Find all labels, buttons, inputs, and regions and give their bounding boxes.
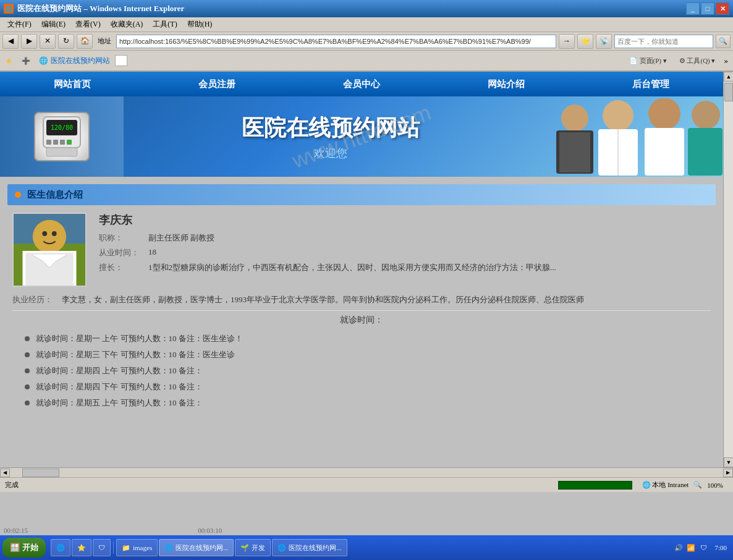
right-scrollbar[interactable]: ▲ ▼ (723, 72, 733, 467)
add-favorites-button[interactable]: ➕ (18, 56, 34, 66)
svg-point-16 (692, 101, 720, 129)
tray-icon2: 📶 (686, 543, 696, 553)
schedule-text-4: 就诊时间：星期五 上午 可预约人数：10 备注： (36, 397, 203, 409)
system-tray: 🔊 📶 🛡 7:00 (674, 543, 731, 553)
favorites-star-icon: ★ (5, 56, 13, 66)
title-value: 副主任医师 副教授 (148, 232, 711, 244)
taskbar-item-dev[interactable]: 🌱 开发 (235, 539, 271, 556)
window-title: 医院在线预约网站 – Windows Internet Explorer (17, 3, 184, 14)
svg-point-23 (42, 231, 47, 236)
favorites-star[interactable]: ⭐ (577, 34, 593, 49)
detail-title-row: 职称： 副主任医师 副教授 (99, 232, 711, 244)
menu-file[interactable]: 文件(F) (2, 18, 36, 31)
schedule-item-0: 就诊时间：星期一 上午 可预约人数：10 备注：医生坐诊！ (25, 333, 698, 344)
years-label: 从业时间： (99, 247, 148, 258)
tab-label[interactable]: 🌐 医院在线预约网站 (39, 56, 110, 66)
nav-register[interactable]: 会员注册 (145, 74, 289, 95)
banner-doctors (538, 96, 723, 177)
history-label: 执业经历： (12, 294, 62, 305)
svg-point-24 (52, 231, 57, 236)
taskbar-hospital1-label: 医院在线预约网... (176, 543, 228, 553)
taskbar-hospital2-label: 医院在线预约网... (289, 543, 341, 553)
years-value: 18 (148, 247, 711, 258)
svg-rect-7 (46, 148, 77, 156)
menu-help[interactable]: 帮助(H) (182, 18, 218, 31)
banner: 120/80 医院在线预约网站 欢迎您 (0, 96, 723, 177)
scroll-up-button[interactable]: ▲ (724, 72, 733, 82)
schedule-item-2: 就诊时间：星期四 上午 可预约人数：10 备注： (25, 365, 698, 376)
section-title: 医生信息介绍 (27, 189, 83, 201)
start-button[interactable]: 🪟 开始 (2, 538, 46, 558)
taskbar-item-quicklaunch3[interactable]: 🛡 (93, 539, 111, 556)
taskbar-item-hospital1[interactable]: 🌐 医院在线预约网... (159, 539, 234, 556)
title-bar: 🌐 医院在线预约网站 – Windows Internet Explorer _… (0, 0, 733, 17)
bullet-2 (25, 368, 30, 373)
svg-rect-3 (46, 140, 51, 145)
scroll-thumb[interactable] (724, 83, 733, 101)
menu-tools[interactable]: 工具(T) (148, 18, 182, 31)
bullet-3 (25, 384, 30, 389)
status-bar: 完成 🌐 本地 Intranet 🔍 100% (0, 477, 733, 492)
bullet-0 (25, 336, 30, 341)
address-input[interactable] (116, 35, 556, 48)
doctor-photo-image (14, 213, 85, 287)
scroll-right-button[interactable]: ▶ (723, 469, 733, 477)
forward-button[interactable]: ▶ (21, 34, 37, 49)
h-scroll-thumb[interactable] (22, 469, 59, 477)
go-button[interactable]: → (559, 34, 575, 49)
back-button[interactable]: ◀ (2, 34, 19, 49)
title-label: 职称： (99, 232, 148, 244)
taskbar-item-quicklaunch2[interactable]: ⭐ (72, 539, 91, 556)
search-input[interactable] (614, 35, 713, 48)
doctor-photo (12, 213, 87, 287)
minimize-button[interactable]: _ (686, 2, 700, 15)
doctor-details: 李庆东 职称： 副主任医师 副教授 从业时间： 18 擅长： 1型和2型糖尿病的… (99, 213, 711, 287)
taskbar-item-quicklaunch1[interactable]: 🌐 (51, 539, 70, 556)
page-button[interactable]: 📄 页面(P) ▾ (625, 55, 671, 67)
status-zoom-icon: 🔍 (693, 481, 702, 489)
clock-time: 7:00 (714, 544, 727, 551)
stop-button[interactable]: ✕ (40, 34, 56, 49)
svg-point-8 (561, 104, 588, 132)
refresh-button[interactable]: ↻ (58, 34, 74, 49)
taskbar-item-hospital2[interactable]: 🌐 医院在线预约网... (272, 539, 347, 556)
consult-time-title: 就诊时间： (12, 310, 711, 329)
nav-member[interactable]: 会员中心 (289, 74, 434, 95)
bullet-4 (25, 401, 30, 405)
tab-text: 医院在线预约网站 (51, 56, 110, 66)
svg-point-11 (603, 100, 633, 131)
main-content[interactable]: 网站首页 会员注册 会员中心 网站介绍 后台管理 120/80 (0, 72, 723, 467)
tools-button[interactable]: ⚙ 工具(Q) ▾ (676, 55, 719, 67)
home-button[interactable]: 🏠 (77, 34, 93, 49)
menu-view[interactable]: 查看(V) (70, 18, 106, 31)
nav-about[interactable]: 网站介绍 (434, 74, 578, 95)
schedule-list: 就诊时间：星期一 上午 可预约人数：10 备注：医生坐诊！就诊时间：星期三 下午… (12, 329, 711, 417)
folder-icon: 📁 (122, 544, 130, 552)
address-label: 地址 (98, 36, 111, 46)
dev-icon: 🌱 (240, 544, 249, 552)
address-bar: ◀ ▶ ✕ ↻ 🏠 地址 → ⭐ 📡 🔍 (0, 32, 733, 51)
specialty-value: 1型和2型糖尿病的诊断治疗，中西医有机配合，主张因人、因时、因地采用方便实用而又… (148, 262, 711, 273)
bottom-scrollbar[interactable]: ◀ ▶ (0, 467, 733, 477)
detail-specialty-row: 擅长： 1型和2型糖尿病的诊断治疗，中西医有机配合，主张因人、因时、因地采用方便… (99, 262, 711, 273)
rss-button[interactable]: 📡 (596, 34, 612, 49)
scroll-left-button[interactable]: ◀ (0, 469, 10, 477)
schedule-text-3: 就诊时间：星期四 下午 可预约人数：10 备注： (36, 381, 203, 392)
maximize-button[interactable]: □ (701, 2, 714, 15)
svg-rect-5 (60, 140, 65, 145)
nav-admin[interactable]: 后台管理 (578, 74, 723, 95)
schedule-text-1: 就诊时间：星期三 下午 可预约人数：10 备注：医生坐诊 (36, 349, 235, 360)
browser-window: 🌐 医院在线预约网站 – Windows Internet Explorer _… (0, 0, 733, 560)
search-button[interactable]: 🔍 (716, 35, 731, 48)
toolbar-overflow[interactable]: » (724, 56, 729, 66)
taskbar-item-images[interactable]: 📁 images (116, 539, 158, 556)
nav-home[interactable]: 网站首页 (0, 74, 145, 95)
menu-favorites[interactable]: 收藏夹(A) (106, 18, 148, 31)
scroll-down-button[interactable]: ▼ (724, 457, 733, 467)
close-button[interactable]: ✕ (716, 2, 729, 15)
menu-edit[interactable]: 编辑(E) (36, 18, 70, 31)
banner-subtitle: 欢迎您 (124, 146, 538, 161)
start-windows-icon: 🪟 (10, 543, 20, 553)
window-controls[interactable]: _ □ ✕ (686, 2, 729, 15)
tab-input[interactable] (115, 55, 127, 66)
